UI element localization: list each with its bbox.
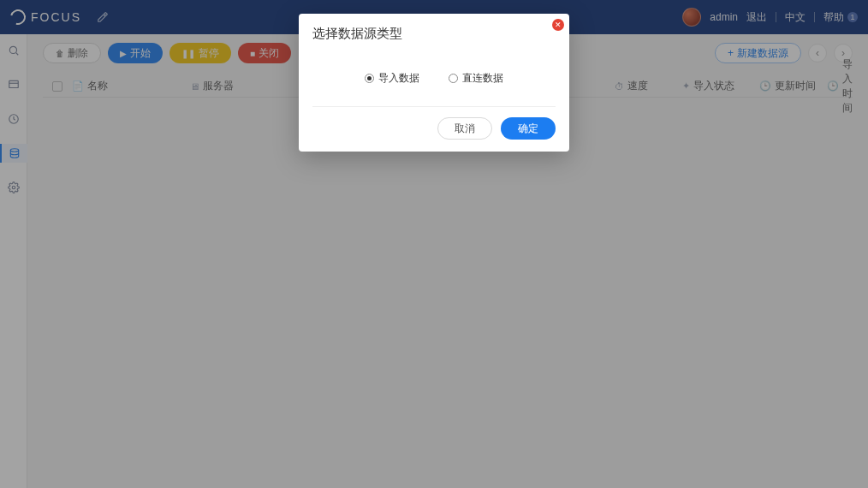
cancel-label: 取消: [455, 122, 475, 136]
modal-overlay[interactable]: ✕ 选择数据源类型 导入数据 直连数据 取消 确定: [0, 0, 868, 488]
radio-icon: [365, 74, 374, 83]
close-icon: ✕: [555, 21, 562, 29]
radio-direct-data[interactable]: 直连数据: [449, 71, 503, 86]
modal-close-button[interactable]: ✕: [552, 19, 564, 31]
modal-body: 导入数据 直连数据: [312, 42, 556, 107]
radio-import-label: 导入数据: [378, 71, 419, 86]
confirm-label: 确定: [518, 122, 538, 136]
select-datasource-modal: ✕ 选择数据源类型 导入数据 直连数据 取消 确定: [299, 14, 569, 152]
confirm-button[interactable]: 确定: [501, 117, 556, 140]
cancel-button[interactable]: 取消: [437, 117, 492, 140]
modal-footer: 取消 确定: [312, 107, 556, 140]
radio-icon: [449, 74, 458, 83]
radio-import-data[interactable]: 导入数据: [365, 71, 419, 86]
modal-title: 选择数据源类型: [312, 26, 556, 42]
radio-direct-label: 直连数据: [462, 71, 503, 86]
